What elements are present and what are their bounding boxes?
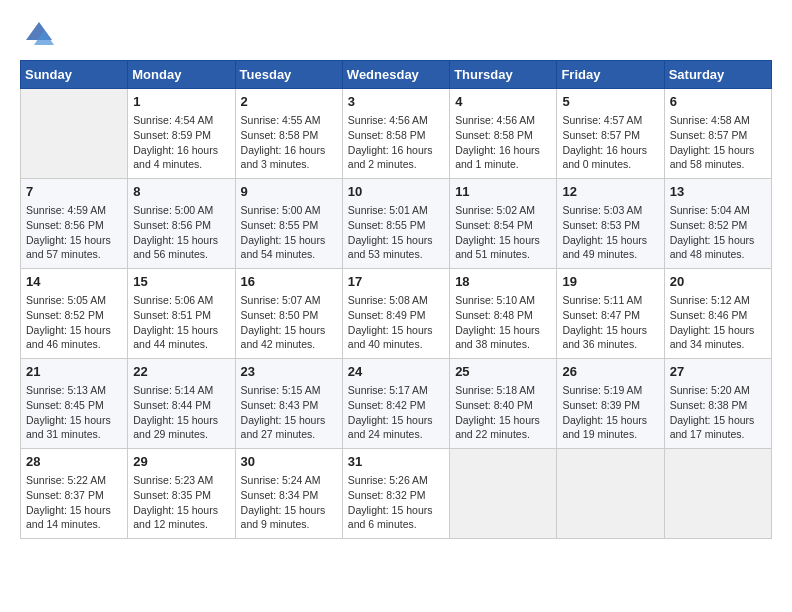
day-info: Sunrise: 5:05 AMSunset: 8:52 PMDaylight:… — [26, 293, 122, 352]
day-number: 30 — [241, 453, 337, 471]
day-info: Sunrise: 5:24 AMSunset: 8:34 PMDaylight:… — [241, 473, 337, 532]
day-number: 9 — [241, 183, 337, 201]
calendar-cell — [21, 89, 128, 179]
calendar-cell: 15Sunrise: 5:06 AMSunset: 8:51 PMDayligh… — [128, 269, 235, 359]
calendar-cell: 1Sunrise: 4:54 AMSunset: 8:59 PMDaylight… — [128, 89, 235, 179]
calendar-cell — [557, 449, 664, 539]
day-number: 11 — [455, 183, 551, 201]
weekday-header-thursday: Thursday — [450, 61, 557, 89]
day-info: Sunrise: 5:11 AMSunset: 8:47 PMDaylight:… — [562, 293, 658, 352]
weekday-header-tuesday: Tuesday — [235, 61, 342, 89]
calendar-cell: 18Sunrise: 5:10 AMSunset: 8:48 PMDayligh… — [450, 269, 557, 359]
day-info: Sunrise: 5:13 AMSunset: 8:45 PMDaylight:… — [26, 383, 122, 442]
day-info: Sunrise: 5:12 AMSunset: 8:46 PMDaylight:… — [670, 293, 766, 352]
day-info: Sunrise: 5:15 AMSunset: 8:43 PMDaylight:… — [241, 383, 337, 442]
calendar-cell — [450, 449, 557, 539]
calendar-cell: 24Sunrise: 5:17 AMSunset: 8:42 PMDayligh… — [342, 359, 449, 449]
day-info: Sunrise: 4:58 AMSunset: 8:57 PMDaylight:… — [670, 113, 766, 172]
page-header — [20, 20, 772, 50]
calendar-cell: 4Sunrise: 4:56 AMSunset: 8:58 PMDaylight… — [450, 89, 557, 179]
logo-icon — [24, 20, 54, 50]
day-info: Sunrise: 5:10 AMSunset: 8:48 PMDaylight:… — [455, 293, 551, 352]
day-number: 16 — [241, 273, 337, 291]
weekday-header-friday: Friday — [557, 61, 664, 89]
weekday-header-saturday: Saturday — [664, 61, 771, 89]
day-number: 28 — [26, 453, 122, 471]
calendar-cell: 29Sunrise: 5:23 AMSunset: 8:35 PMDayligh… — [128, 449, 235, 539]
day-info: Sunrise: 5:17 AMSunset: 8:42 PMDaylight:… — [348, 383, 444, 442]
week-row-5: 28Sunrise: 5:22 AMSunset: 8:37 PMDayligh… — [21, 449, 772, 539]
calendar-table: SundayMondayTuesdayWednesdayThursdayFrid… — [20, 60, 772, 539]
day-number: 23 — [241, 363, 337, 381]
day-info: Sunrise: 4:56 AMSunset: 8:58 PMDaylight:… — [455, 113, 551, 172]
calendar-cell: 5Sunrise: 4:57 AMSunset: 8:57 PMDaylight… — [557, 89, 664, 179]
day-info: Sunrise: 4:54 AMSunset: 8:59 PMDaylight:… — [133, 113, 229, 172]
day-number: 31 — [348, 453, 444, 471]
day-number: 13 — [670, 183, 766, 201]
week-row-4: 21Sunrise: 5:13 AMSunset: 8:45 PMDayligh… — [21, 359, 772, 449]
calendar-cell: 8Sunrise: 5:00 AMSunset: 8:56 PMDaylight… — [128, 179, 235, 269]
calendar-cell: 21Sunrise: 5:13 AMSunset: 8:45 PMDayligh… — [21, 359, 128, 449]
day-info: Sunrise: 5:14 AMSunset: 8:44 PMDaylight:… — [133, 383, 229, 442]
day-info: Sunrise: 5:18 AMSunset: 8:40 PMDaylight:… — [455, 383, 551, 442]
calendar-cell: 25Sunrise: 5:18 AMSunset: 8:40 PMDayligh… — [450, 359, 557, 449]
day-info: Sunrise: 5:08 AMSunset: 8:49 PMDaylight:… — [348, 293, 444, 352]
day-info: Sunrise: 5:03 AMSunset: 8:53 PMDaylight:… — [562, 203, 658, 262]
weekday-header-sunday: Sunday — [21, 61, 128, 89]
day-info: Sunrise: 5:26 AMSunset: 8:32 PMDaylight:… — [348, 473, 444, 532]
week-row-2: 7Sunrise: 4:59 AMSunset: 8:56 PMDaylight… — [21, 179, 772, 269]
day-info: Sunrise: 5:20 AMSunset: 8:38 PMDaylight:… — [670, 383, 766, 442]
calendar-cell: 28Sunrise: 5:22 AMSunset: 8:37 PMDayligh… — [21, 449, 128, 539]
day-info: Sunrise: 4:57 AMSunset: 8:57 PMDaylight:… — [562, 113, 658, 172]
day-number: 21 — [26, 363, 122, 381]
day-number: 4 — [455, 93, 551, 111]
day-number: 3 — [348, 93, 444, 111]
day-number: 8 — [133, 183, 229, 201]
calendar-cell: 26Sunrise: 5:19 AMSunset: 8:39 PMDayligh… — [557, 359, 664, 449]
calendar-cell: 13Sunrise: 5:04 AMSunset: 8:52 PMDayligh… — [664, 179, 771, 269]
day-info: Sunrise: 5:04 AMSunset: 8:52 PMDaylight:… — [670, 203, 766, 262]
day-number: 18 — [455, 273, 551, 291]
calendar-cell: 9Sunrise: 5:00 AMSunset: 8:55 PMDaylight… — [235, 179, 342, 269]
day-info: Sunrise: 5:07 AMSunset: 8:50 PMDaylight:… — [241, 293, 337, 352]
calendar-cell: 14Sunrise: 5:05 AMSunset: 8:52 PMDayligh… — [21, 269, 128, 359]
day-number: 7 — [26, 183, 122, 201]
weekday-header-wednesday: Wednesday — [342, 61, 449, 89]
calendar-cell: 30Sunrise: 5:24 AMSunset: 8:34 PMDayligh… — [235, 449, 342, 539]
day-number: 20 — [670, 273, 766, 291]
week-row-3: 14Sunrise: 5:05 AMSunset: 8:52 PMDayligh… — [21, 269, 772, 359]
day-number: 12 — [562, 183, 658, 201]
day-info: Sunrise: 5:22 AMSunset: 8:37 PMDaylight:… — [26, 473, 122, 532]
calendar-cell: 3Sunrise: 4:56 AMSunset: 8:58 PMDaylight… — [342, 89, 449, 179]
day-info: Sunrise: 5:00 AMSunset: 8:55 PMDaylight:… — [241, 203, 337, 262]
day-info: Sunrise: 5:02 AMSunset: 8:54 PMDaylight:… — [455, 203, 551, 262]
calendar-cell: 27Sunrise: 5:20 AMSunset: 8:38 PMDayligh… — [664, 359, 771, 449]
day-info: Sunrise: 4:59 AMSunset: 8:56 PMDaylight:… — [26, 203, 122, 262]
day-number: 29 — [133, 453, 229, 471]
day-number: 2 — [241, 93, 337, 111]
weekday-header-row: SundayMondayTuesdayWednesdayThursdayFrid… — [21, 61, 772, 89]
calendar-cell: 20Sunrise: 5:12 AMSunset: 8:46 PMDayligh… — [664, 269, 771, 359]
day-info: Sunrise: 4:55 AMSunset: 8:58 PMDaylight:… — [241, 113, 337, 172]
calendar-cell: 12Sunrise: 5:03 AMSunset: 8:53 PMDayligh… — [557, 179, 664, 269]
day-number: 26 — [562, 363, 658, 381]
day-info: Sunrise: 5:19 AMSunset: 8:39 PMDaylight:… — [562, 383, 658, 442]
day-info: Sunrise: 5:01 AMSunset: 8:55 PMDaylight:… — [348, 203, 444, 262]
calendar-cell: 22Sunrise: 5:14 AMSunset: 8:44 PMDayligh… — [128, 359, 235, 449]
day-number: 27 — [670, 363, 766, 381]
day-number: 6 — [670, 93, 766, 111]
calendar-cell: 19Sunrise: 5:11 AMSunset: 8:47 PMDayligh… — [557, 269, 664, 359]
day-info: Sunrise: 5:23 AMSunset: 8:35 PMDaylight:… — [133, 473, 229, 532]
day-number: 25 — [455, 363, 551, 381]
calendar-cell — [664, 449, 771, 539]
calendar-cell: 6Sunrise: 4:58 AMSunset: 8:57 PMDaylight… — [664, 89, 771, 179]
calendar-cell: 17Sunrise: 5:08 AMSunset: 8:49 PMDayligh… — [342, 269, 449, 359]
day-number: 14 — [26, 273, 122, 291]
week-row-1: 1Sunrise: 4:54 AMSunset: 8:59 PMDaylight… — [21, 89, 772, 179]
day-number: 15 — [133, 273, 229, 291]
day-number: 17 — [348, 273, 444, 291]
calendar-cell: 10Sunrise: 5:01 AMSunset: 8:55 PMDayligh… — [342, 179, 449, 269]
day-number: 19 — [562, 273, 658, 291]
calendar-cell: 31Sunrise: 5:26 AMSunset: 8:32 PMDayligh… — [342, 449, 449, 539]
day-number: 1 — [133, 93, 229, 111]
